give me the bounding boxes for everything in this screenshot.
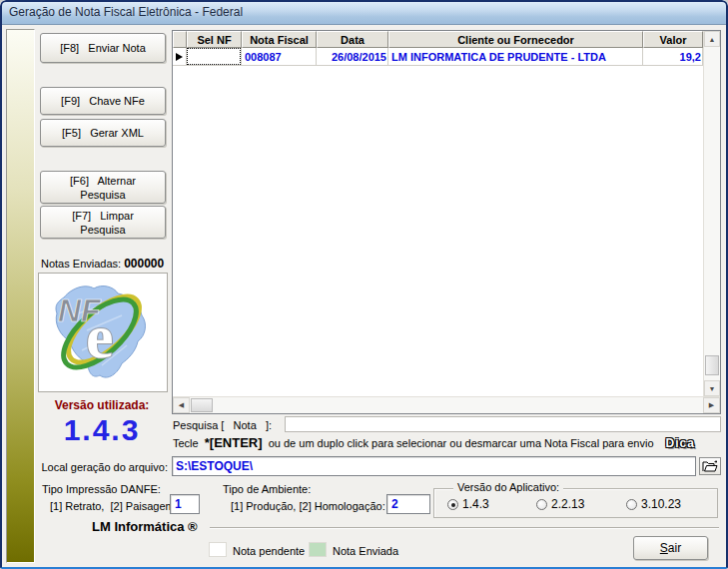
ambiente-title: Tipo de Ambiente:: [223, 483, 311, 495]
search-input[interactable]: [285, 416, 721, 432]
table-row[interactable]: 008087 26/08/2015 LM INFORMATICA DE PRUD…: [173, 48, 703, 66]
danfe-value-input[interactable]: [170, 494, 200, 514]
nota-pendente-label: Nota pendente: [233, 545, 305, 557]
hint-text: Tecle *[ENTER] ou de um duplo click para…: [173, 435, 697, 450]
current-row-arrow-icon: [176, 53, 183, 61]
grid-header-valor[interactable]: Valor: [643, 31, 703, 48]
browse-folder-button[interactable]: [699, 457, 721, 475]
radio-version-31023[interactable]: 3.10.23: [626, 497, 681, 511]
sair-button[interactable]: Sair: [633, 536, 708, 560]
nota-fiscal-cell[interactable]: 008087: [242, 48, 317, 66]
danfe-title: Tipo Impressão DANFE:: [42, 483, 161, 495]
grid-header-cliente[interactable]: Cliente ou Fornecedor: [388, 31, 643, 48]
open-folder-icon: [702, 460, 718, 472]
enviar-nota-button[interactable]: [F8] Enviar Nota: [40, 33, 166, 63]
window-title: Geração de Nota Fiscal Eletrônica - Fede…: [9, 5, 243, 19]
vertical-scroll-thumb[interactable]: [705, 355, 719, 375]
ambiente-value-input[interactable]: [386, 494, 430, 514]
nota-enviada-swatch: [309, 542, 327, 557]
app-window: Geração de Nota Fiscal Eletrônica - Fede…: [0, 0, 728, 569]
radio-version-143[interactable]: 1.4.3: [447, 497, 489, 511]
file-location-input[interactable]: [172, 456, 696, 476]
versao-utilizada-value: 1.4.3: [36, 413, 168, 447]
scroll-left-icon[interactable]: ◀: [173, 397, 190, 413]
radio-icon[interactable]: [626, 499, 637, 510]
limpar-pesquisa-button[interactable]: [F7] Limpar Pesquisa: [40, 206, 166, 239]
notas-enviadas-value: 000000: [124, 257, 164, 271]
nfe-logo-panel: NF e: [38, 273, 168, 392]
file-location-label: Local geração do arquivo:: [40, 461, 168, 473]
ambiente-options-label: [1] Produção, [2] Homologação:: [231, 500, 385, 512]
brand-divider: [210, 527, 719, 528]
data-cell[interactable]: 26/08/2015: [317, 48, 388, 66]
grid-header-sel-nf[interactable]: Sel NF: [187, 31, 242, 48]
grid-horizontal-scrollbar[interactable]: ◀ ▶: [173, 396, 720, 413]
hint-enter-key: *[ENTER]: [205, 435, 263, 450]
notas-grid: Sel NF Nota Fiscal Data Cliente ou Forne…: [172, 30, 721, 414]
app-version-groupbox: Versão do Aplicativo: 1.4.3 2.2.13 3.10.…: [433, 488, 718, 518]
alternar-pesquisa-button[interactable]: [F6] Alternar Pesquisa: [40, 171, 166, 204]
row-indicator-cell: [173, 48, 187, 66]
scroll-up-icon[interactable]: ▲: [704, 31, 720, 47]
radio-version-2213[interactable]: 2.2.13: [536, 497, 584, 511]
app-version-title: Versão do Aplicativo:: [453, 481, 563, 493]
grid-header: Sel NF Nota Fiscal Data Cliente ou Forne…: [173, 31, 703, 48]
danfe-options-label: [1] Retrato, [2] Paisagem:: [50, 500, 178, 512]
title-bar[interactable]: Geração de Nota Fiscal Eletrônica - Fede…: [0, 0, 728, 25]
chave-nfe-button[interactable]: [F9] Chave NFe: [40, 87, 166, 115]
grid-header-indicator: [173, 31, 187, 48]
search-label: Pesquisa [ Nota ]:: [173, 419, 272, 431]
versao-utilizada-label: Versão utilizada:: [36, 398, 168, 412]
scroll-down-icon[interactable]: ▼: [704, 380, 720, 396]
brand-label: LM Informática ®: [92, 519, 198, 534]
horizontal-scroll-thumb[interactable]: [191, 398, 213, 412]
grid-header-data[interactable]: Data: [317, 31, 388, 48]
nota-pendente-swatch: [209, 542, 227, 557]
dica-badge[interactable]: Dica: [664, 436, 697, 450]
decorative-gradient-strip: [6, 29, 35, 563]
svg-text:e: e: [86, 302, 114, 370]
gerar-xml-button[interactable]: [F5] Gerar XML: [40, 119, 166, 147]
nfe-logo-icon: NF e: [42, 276, 164, 389]
sel-nf-cell[interactable]: [187, 48, 242, 66]
grid-vertical-scrollbar[interactable]: ▲ ▼: [703, 31, 720, 396]
grid-header-nota-fiscal[interactable]: Nota Fiscal: [242, 31, 317, 48]
valor-cell[interactable]: 19,2: [643, 48, 703, 66]
scroll-right-icon[interactable]: ▶: [703, 397, 720, 413]
notas-enviadas-counter: Notas Enviadas: 000000: [41, 257, 164, 271]
radio-icon[interactable]: [536, 499, 547, 510]
radio-icon[interactable]: [447, 499, 458, 510]
notas-enviadas-label: Notas Enviadas:: [41, 258, 124, 270]
cliente-cell[interactable]: LM INFORMATICA DE PRUDENTE - LTDA: [388, 48, 643, 66]
nota-enviada-label: Nota Enviada: [333, 545, 398, 557]
